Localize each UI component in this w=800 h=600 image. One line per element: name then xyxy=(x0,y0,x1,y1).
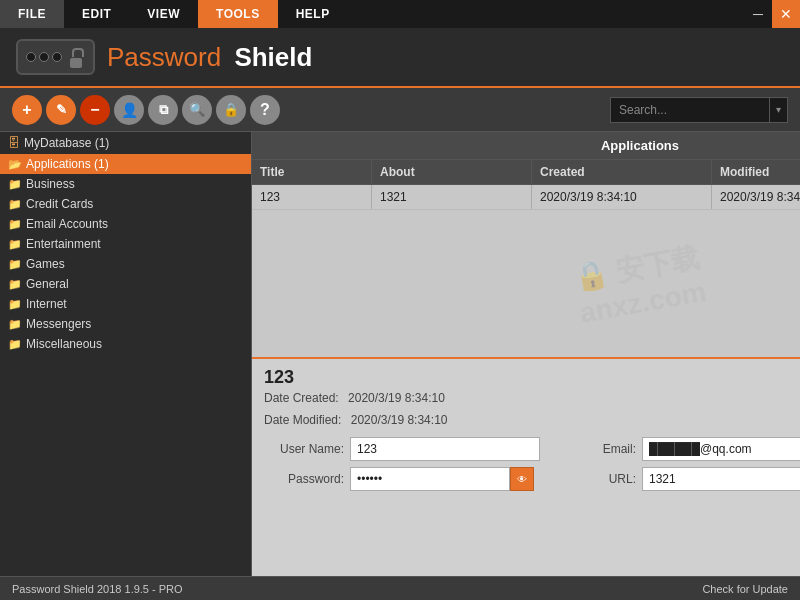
edit-button-toolbar[interactable]: ✎ xyxy=(46,95,76,125)
detail-dates: Date Created: 2020/3/19 8:34:10 Date Mod… xyxy=(264,388,447,431)
folder-icon-internet: 📁 xyxy=(8,298,22,311)
username-input[interactable] xyxy=(350,437,540,461)
cell-title: 123 xyxy=(252,185,372,209)
folder-open-icon-applications: 📂 xyxy=(8,158,22,171)
dot1 xyxy=(26,52,36,62)
detail-left: 123 Date Created: 2020/3/19 8:34:10 Date… xyxy=(264,367,447,431)
table-header: Title About Created Modified xyxy=(252,160,800,185)
minimize-button[interactable]: ─ xyxy=(744,0,772,28)
app-title: Password Shield xyxy=(107,42,312,73)
folder-icon-general: 📁 xyxy=(8,278,22,291)
password-input[interactable] xyxy=(350,467,510,491)
search-dropdown[interactable]: ▾ xyxy=(770,97,788,123)
content-area: Applications Title About Created Modifie… xyxy=(252,132,800,357)
user-button[interactable]: 👤 xyxy=(114,95,144,125)
date-modified-value: 2020/3/19 8:34:10 xyxy=(351,413,448,427)
url-row: URL: xyxy=(556,467,800,491)
sidebar-item-label-games: Games xyxy=(26,257,65,271)
sidebar-item-messengers[interactable]: 📁 Messengers xyxy=(0,314,251,334)
folder-icon-entertainment: 📁 xyxy=(8,238,22,251)
detail-fields: User Name: Password: 👁 xyxy=(264,437,800,505)
app-container: FILE EDIT VIEW TOOLS HELP ─ ✕ Password S… xyxy=(0,0,800,600)
sidebar-item-label-miscellaneous: Miscellaneous xyxy=(26,337,102,351)
password-container: 👁 xyxy=(350,467,534,491)
logo-icon xyxy=(16,39,95,75)
logo-shield: Shield xyxy=(234,42,312,72)
menu-tools[interactable]: TOOLS xyxy=(198,0,278,28)
sidebar-item-applications[interactable]: 📂 Applications (1) xyxy=(0,154,251,174)
titlebar-controls: ─ ✕ xyxy=(744,0,800,28)
sidebar-item-label-emailaccounts: Email Accounts xyxy=(26,217,108,231)
sidebar-item-creditcards[interactable]: 📁 Credit Cards xyxy=(0,194,251,214)
update-link[interactable]: Check for Update xyxy=(702,583,788,595)
dot2 xyxy=(39,52,49,62)
cell-about: 1321 xyxy=(372,185,532,209)
lock-icon xyxy=(16,39,95,75)
folder-icon-business: 📁 xyxy=(8,178,22,191)
menu-help[interactable]: HELP xyxy=(278,0,348,28)
sidebar-item-entertainment[interactable]: 📁 Entertainment xyxy=(0,234,251,254)
titlebar-spacer xyxy=(348,0,744,28)
copy-button[interactable]: ⧉ xyxy=(148,95,178,125)
status-bar: Password Shield 2018 1.9.5 - PRO Check f… xyxy=(0,576,800,600)
col-modified: Modified xyxy=(712,160,800,184)
date-modified-label: Date Modified: xyxy=(264,413,341,427)
search-button-toolbar[interactable]: 🔍 xyxy=(182,95,212,125)
sidebar-item-label-general: General xyxy=(26,277,69,291)
logo-bar: Password Shield xyxy=(0,28,800,88)
password-row: Password: 👁 xyxy=(264,467,540,491)
col-created: Created xyxy=(532,160,712,184)
sidebar-item-label-applications: Applications (1) xyxy=(26,157,109,171)
sidebar-item-general[interactable]: 📁 General xyxy=(0,274,251,294)
cell-modified: 2020/3/19 8:34:10 xyxy=(712,185,800,209)
cell-created: 2020/3/19 8:34:10 xyxy=(532,185,712,209)
content-title: Applications xyxy=(252,132,800,160)
folder-icon-creditcards: 📁 xyxy=(8,198,22,211)
date-created-label: Date Created: xyxy=(264,391,339,405)
sidebar-item-emailaccounts[interactable]: 📁 Email Accounts xyxy=(0,214,251,234)
password-label: Password: xyxy=(264,472,344,486)
lock-button[interactable]: 🔒 xyxy=(216,95,246,125)
menu-file[interactable]: FILE xyxy=(0,0,64,28)
menu-edit[interactable]: EDIT xyxy=(64,0,129,28)
help-button[interactable]: ? xyxy=(250,95,280,125)
sidebar-item-label-entertainment: Entertainment xyxy=(26,237,101,251)
detail-title: 123 xyxy=(264,367,447,388)
detail-panel: 123 Date Created: 2020/3/19 8:34:10 Date… xyxy=(252,357,800,600)
url-input[interactable] xyxy=(642,467,800,491)
sidebar-item-business[interactable]: 📁 Business xyxy=(0,174,251,194)
logo-password: Password xyxy=(107,42,221,72)
menu-view[interactable]: VIEW xyxy=(129,0,198,28)
sidebar-item-internet[interactable]: 📁 Internet xyxy=(0,294,251,314)
email-row: Email: xyxy=(556,437,800,461)
folder-icon-miscellaneous: 📁 xyxy=(8,338,22,351)
sidebar-item-label-messengers: Messengers xyxy=(26,317,91,331)
add-button[interactable]: + xyxy=(12,95,42,125)
password-show-button[interactable]: 👁 xyxy=(510,467,534,491)
detail-top: 123 Date Created: 2020/3/19 8:34:10 Date… xyxy=(264,367,800,431)
watermark: 🔒 安下载anxz.com xyxy=(571,238,709,329)
col-about: About xyxy=(372,160,532,184)
col-title: Title xyxy=(252,160,372,184)
folder-icon-games: 📁 xyxy=(8,258,22,271)
field-group-right: Email: URL: xyxy=(556,437,800,491)
sidebar-root-label: MyDatabase (1) xyxy=(24,136,109,150)
table-row[interactable]: 123 1321 2020/3/19 8:34:10 2020/3/19 8:3… xyxy=(252,185,800,210)
remove-button[interactable]: − xyxy=(80,95,110,125)
email-input[interactable] xyxy=(642,437,800,461)
sidebar-item-label-creditcards: Credit Cards xyxy=(26,197,93,211)
username-label: User Name: xyxy=(264,442,344,456)
sidebar-item-games[interactable]: 📁 Games xyxy=(0,254,251,274)
right-section: Applications Title About Created Modifie… xyxy=(252,132,800,600)
sidebar-root[interactable]: 🗄 MyDatabase (1) xyxy=(0,132,251,154)
sidebar: 🗄 MyDatabase (1) 📂 Applications (1) 📁 Bu… xyxy=(0,132,252,600)
field-group-left: User Name: Password: 👁 xyxy=(264,437,540,491)
sidebar-item-label-internet: Internet xyxy=(26,297,67,311)
sidebar-item-label-business: Business xyxy=(26,177,75,191)
search-input[interactable] xyxy=(610,97,770,123)
folder-icon-messengers: 📁 xyxy=(8,318,22,331)
email-label: Email: xyxy=(556,442,636,456)
sidebar-item-miscellaneous[interactable]: 📁 Miscellaneous xyxy=(0,334,251,354)
close-button[interactable]: ✕ xyxy=(772,0,800,28)
title-bar: FILE EDIT VIEW TOOLS HELP ─ ✕ xyxy=(0,0,800,28)
